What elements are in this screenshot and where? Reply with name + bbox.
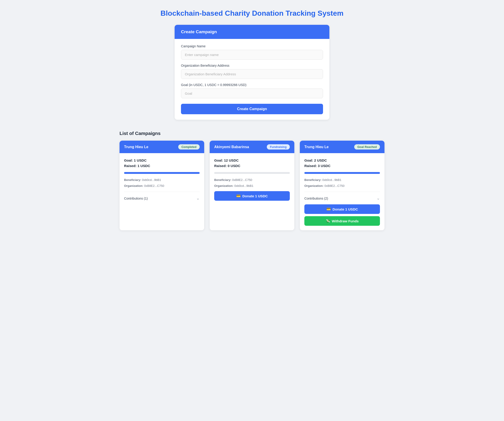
campaign-owner-1: Akinyemi Babarinsa: [214, 145, 249, 149]
organization-meta-1: Organization: 0xb0cd...9bB1: [214, 184, 290, 188]
beneficiary-label: Organization Beneficiary Address: [181, 64, 323, 67]
contributions-label-0: Contributions (1): [124, 197, 148, 200]
organization-meta-0: Organization: 0xB8E2...C750: [124, 184, 200, 188]
campaign-body-0: Goal: 1 USDC Raised: 1 USDC Beneficiary:…: [120, 153, 204, 206]
donate-button-1[interactable]: 💳 Donate 1 USDC: [214, 191, 290, 201]
organization-meta-2: Organization: 0xB8E2...C750: [304, 184, 380, 188]
beneficiary-group: Organization Beneficiary Address: [181, 64, 323, 79]
create-campaign-body: Campaign Name Organization Beneficiary A…: [175, 39, 329, 120]
beneficiary-meta-2: Beneficiary: 0xb0cd...9bB1: [304, 178, 380, 183]
campaign-owner-0: Trung Hieu Le: [124, 145, 148, 149]
campaign-card-0: Trung Hieu Le Completed Goal: 1 USDC Rai…: [120, 141, 204, 230]
campaign-header-0: Trung Hieu Le Completed: [120, 141, 204, 153]
status-badge-1: Fundraising: [267, 144, 290, 149]
goal-value-1: Goal: 12 USDC: [214, 158, 290, 163]
contributions-toggle-0[interactable]: Contributions (1) ⌄: [124, 195, 200, 202]
goal-value-0: Goal: 1 USDC: [124, 158, 200, 163]
create-campaign-button[interactable]: Create Campaign: [181, 104, 323, 114]
campaign-card-2: Trung Hieu Le Goal Reached Goal: 2 USDC …: [300, 141, 384, 230]
donate-icon-2: 💳: [326, 207, 331, 211]
campaign-stats-1: Goal: 12 USDC Raised: 0 USDC: [214, 158, 290, 169]
campaign-name-label: Campaign Name: [181, 44, 323, 48]
beneficiary-meta-1: Beneficiary: 0xB8E2...C750: [214, 178, 290, 183]
contributions-toggle-2[interactable]: Contributions (2) ⌄: [304, 195, 380, 202]
donate-button-2[interactable]: 💳 Donate 1 USDC: [304, 204, 380, 214]
campaign-name-input[interactable]: [181, 50, 323, 60]
raised-value-1: Raised: 0 USDC: [214, 163, 290, 169]
progress-bar-wrap-2: [304, 172, 380, 174]
divider-2: [304, 192, 380, 192]
withdraw-button-2[interactable]: 💸 Withdraw Funds: [304, 216, 380, 226]
goal-input[interactable]: [181, 89, 323, 98]
chevron-down-icon-2: ⌄: [377, 196, 380, 201]
campaign-owner-2: Trung Hieu Le: [304, 145, 329, 149]
create-campaign-header: Create Campaign: [175, 25, 329, 39]
status-badge-0: Completed: [178, 144, 200, 149]
raised-value-0: Raised: 1 USDC: [124, 163, 200, 169]
campaign-stats-2: Goal: 2 USDC Raised: 3 USDC: [304, 158, 380, 169]
campaign-body-2: Goal: 2 USDC Raised: 3 USDC Beneficiary:…: [300, 153, 384, 230]
campaign-header-2: Trung Hieu Le Goal Reached: [300, 141, 384, 153]
contributions-label-2: Contributions (2): [304, 197, 328, 200]
create-campaign-card: Create Campaign Campaign Name Organizati…: [175, 25, 329, 120]
campaign-stats-0: Goal: 1 USDC Raised: 1 USDC: [124, 158, 200, 169]
withdraw-icon-2: 💸: [326, 219, 330, 223]
goal-label: Goal (in USDC, 1 USDC = 0.99993266 USD): [181, 83, 323, 87]
create-campaign-header-label: Create Campaign: [181, 29, 217, 34]
divider-0: [124, 192, 200, 192]
campaigns-section-title: List of Campaigns: [118, 131, 386, 136]
campaign-body-1: Goal: 12 USDC Raised: 0 USDC Beneficiary…: [210, 153, 294, 205]
progress-bar-wrap-0: [124, 172, 200, 174]
progress-bar-fill-2: [304, 172, 380, 174]
campaign-card-1: Akinyemi Babarinsa Fundraising Goal: 12 …: [210, 141, 294, 230]
beneficiary-input[interactable]: [181, 69, 323, 79]
donate-icon-1: 💳: [236, 194, 241, 198]
goal-group: Goal (in USDC, 1 USDC = 0.99993266 USD): [181, 83, 323, 98]
beneficiary-meta-0: Beneficiary: 0xb0cd...9bB1: [124, 178, 200, 183]
progress-bar-fill-0: [124, 172, 200, 174]
chevron-down-icon-0: ⌄: [196, 196, 200, 201]
campaign-header-1: Akinyemi Babarinsa Fundraising: [210, 141, 294, 153]
campaigns-grid: Trung Hieu Le Completed Goal: 1 USDC Rai…: [118, 141, 386, 230]
progress-bar-wrap-1: [214, 172, 290, 174]
goal-value-2: Goal: 2 USDC: [304, 158, 380, 163]
raised-value-2: Raised: 3 USDC: [304, 163, 380, 169]
page-title: Blockchain-based Charity Donation Tracki…: [5, 9, 499, 18]
campaign-name-group: Campaign Name: [181, 44, 323, 60]
status-badge-2: Goal Reached: [354, 144, 380, 149]
